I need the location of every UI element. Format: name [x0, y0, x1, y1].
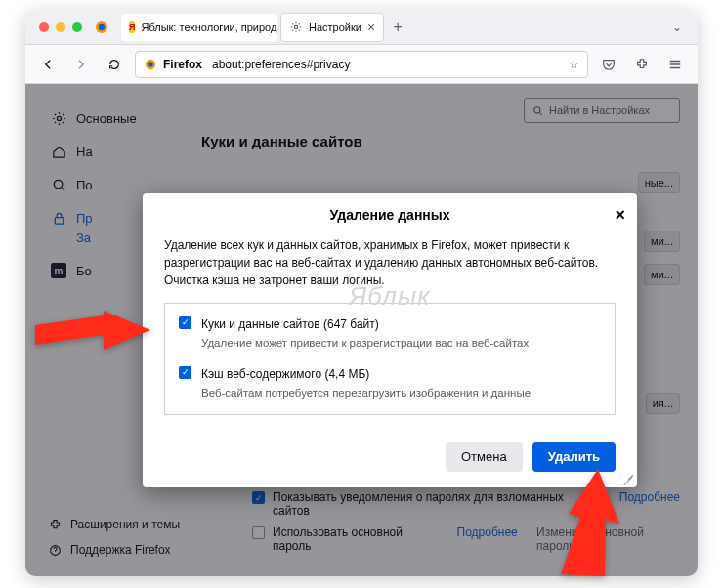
app-menu-button[interactable]	[662, 52, 688, 77]
svg-marker-10	[35, 311, 150, 350]
bookmark-star-icon[interactable]: ☆	[569, 58, 579, 71]
option-label: Куки и данные сайтов (647 байт)	[201, 315, 529, 333]
tab-strip: Я Яблык: технологии, природа, × Настройк…	[121, 14, 690, 41]
option-cache: ✓ Кэш веб-содержимого (4,4 МБ) Веб-сайта…	[179, 365, 601, 401]
url-address: about:preferences#privacy	[212, 58, 350, 71]
delete-button[interactable]: Удалить	[532, 442, 616, 472]
dialog-header: Удаление данных ×	[143, 193, 637, 236]
tabs-overflow-chevron-icon[interactable]: ⌄	[664, 21, 690, 34]
tab-title: Настройки	[309, 21, 362, 33]
dialog-body: Яблык Удаление всех кук и данных сайтов,…	[143, 236, 637, 429]
toolbar: Firefox about:preferences#privacy ☆	[25, 45, 698, 84]
dialog-title: Удаление данных	[329, 207, 449, 223]
clear-data-dialog: Удаление данных × Яблык Удаление всех ку…	[143, 193, 637, 487]
annotation-arrow-icon	[35, 311, 152, 369]
gear-icon	[289, 21, 303, 34]
option-sublabel: Веб-сайтам потребуется перезагрузить изо…	[201, 385, 531, 401]
reload-button[interactable]	[102, 52, 127, 77]
dialog-options-group: ✓ Куки и данные сайтов (647 байт) Удален…	[164, 303, 616, 415]
option-label: Кэш веб-содержимого (4,4 МБ)	[201, 365, 531, 383]
url-bar[interactable]: Firefox about:preferences#privacy ☆	[135, 51, 588, 78]
svg-point-4	[148, 62, 152, 66]
firefox-logo-icon	[144, 58, 157, 71]
url-product-label: Firefox	[163, 58, 202, 71]
firefox-logo-icon	[94, 20, 109, 35]
svg-point-1	[99, 23, 105, 29]
tab-close-icon[interactable]: ×	[367, 20, 375, 35]
checkbox-checked[interactable]: ✓	[179, 316, 191, 329]
checkbox-checked[interactable]: ✓	[179, 366, 191, 379]
annotation-arrow-icon	[551, 469, 639, 576]
pocket-button[interactable]	[596, 52, 621, 77]
cancel-button[interactable]: Отмена	[446, 442, 523, 472]
close-icon[interactable]: ×	[615, 205, 625, 226]
extensions-button[interactable]	[629, 52, 655, 77]
tab-title: Яблык: технологии, природа,	[141, 21, 277, 33]
back-button[interactable]	[35, 52, 61, 77]
forward-button[interactable]	[68, 52, 94, 77]
traffic-lights	[39, 22, 82, 32]
minimize-window-button[interactable]	[56, 22, 65, 32]
titlebar: Я Яблык: технологии, природа, × Настройк…	[25, 10, 698, 45]
close-window-button[interactable]	[39, 22, 49, 32]
tab-background[interactable]: Я Яблык: технологии, природа, ×	[121, 14, 277, 41]
svg-point-2	[294, 25, 297, 28]
option-cookies: ✓ Куки и данные сайтов (647 байт) Удален…	[179, 315, 601, 352]
maximize-window-button[interactable]	[72, 22, 82, 32]
new-tab-button[interactable]: +	[387, 17, 408, 38]
svg-marker-11	[561, 469, 619, 576]
dialog-intro-text: Удаление всех кук и данных сайтов, храни…	[164, 236, 616, 289]
tab-active[interactable]: Настройки ×	[281, 14, 383, 41]
tab-favicon: Я	[129, 21, 135, 33]
option-sublabel: Удаление может привести к разрегистрации…	[201, 335, 529, 352]
